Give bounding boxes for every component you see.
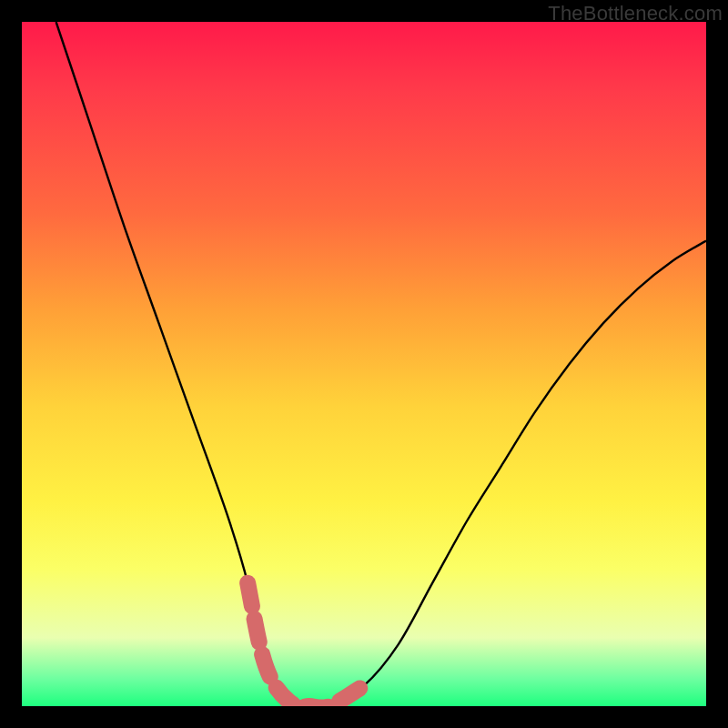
chart-frame: TheBottleneck.com (0, 0, 728, 728)
watermark-text: TheBottleneck.com (548, 2, 723, 25)
plot-area (22, 22, 706, 706)
valley-highlight-line (248, 583, 364, 706)
bottleneck-curve-line (56, 22, 706, 706)
chart-svg (22, 22, 706, 706)
